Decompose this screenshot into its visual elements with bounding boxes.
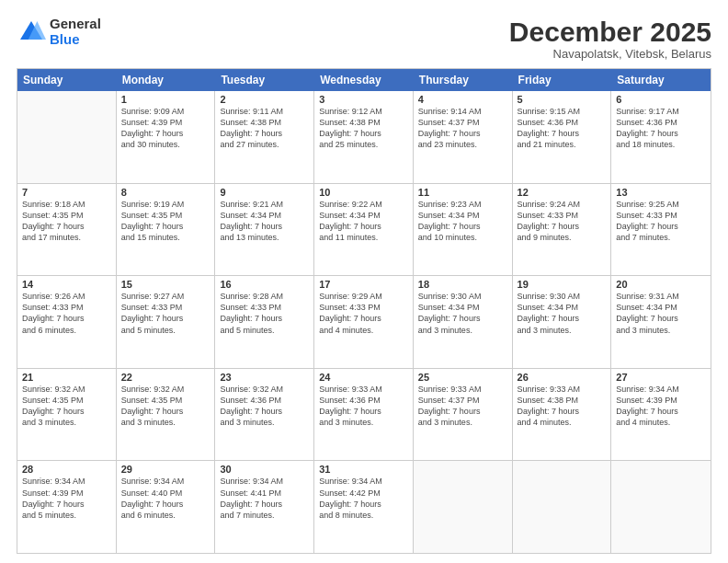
calendar-cell: 1Sunrise: 9:09 AM Sunset: 4:39 PM Daylig… [117, 91, 216, 183]
calendar-cell: 7Sunrise: 9:18 AM Sunset: 4:35 PM Daylig… [17, 184, 117, 276]
cell-info: Sunrise: 9:26 AM Sunset: 4:33 PM Dayligh… [22, 291, 111, 336]
cell-info: Sunrise: 9:33 AM Sunset: 4:37 PM Dayligh… [418, 384, 507, 429]
logo-text: General Blue [50, 17, 101, 47]
cell-day-number: 27 [616, 372, 706, 383]
cell-day-number: 10 [319, 187, 408, 198]
calendar-cell: 31Sunrise: 9:34 AM Sunset: 4:42 PM Dayli… [314, 461, 414, 553]
cell-day-number: 14 [22, 279, 111, 290]
calendar-cell [611, 461, 711, 553]
cell-info: Sunrise: 9:09 AM Sunset: 4:39 PM Dayligh… [121, 106, 210, 151]
calendar-cell: 23Sunrise: 9:32 AM Sunset: 4:36 PM Dayli… [215, 369, 314, 461]
calendar-cell: 20Sunrise: 9:31 AM Sunset: 4:34 PM Dayli… [611, 276, 711, 368]
cell-day-number: 18 [418, 279, 507, 290]
cell-day-number: 15 [121, 279, 210, 290]
cell-info: Sunrise: 9:34 AM Sunset: 4:42 PM Dayligh… [319, 476, 408, 521]
cell-info: Sunrise: 9:30 AM Sunset: 4:34 PM Dayligh… [518, 291, 607, 336]
calendar-cell: 6Sunrise: 9:17 AM Sunset: 4:36 PM Daylig… [611, 91, 711, 183]
cell-info: Sunrise: 9:21 AM Sunset: 4:34 PM Dayligh… [220, 199, 309, 244]
cell-info: Sunrise: 9:29 AM Sunset: 4:33 PM Dayligh… [319, 291, 408, 336]
day-header-sunday: Sunday [17, 69, 117, 91]
calendar-row-4: 28Sunrise: 9:34 AM Sunset: 4:39 PM Dayli… [17, 461, 711, 553]
cell-info: Sunrise: 9:34 AM Sunset: 4:39 PM Dayligh… [616, 384, 706, 429]
calendar-cell: 16Sunrise: 9:28 AM Sunset: 4:33 PM Dayli… [215, 276, 314, 368]
cell-info: Sunrise: 9:14 AM Sunset: 4:37 PM Dayligh… [418, 106, 507, 151]
day-header-saturday: Saturday [611, 69, 711, 91]
cell-info: Sunrise: 9:34 AM Sunset: 4:41 PM Dayligh… [220, 476, 309, 521]
cell-info: Sunrise: 9:11 AM Sunset: 4:38 PM Dayligh… [220, 106, 309, 151]
calendar-row-1: 7Sunrise: 9:18 AM Sunset: 4:35 PM Daylig… [17, 184, 711, 277]
day-header-tuesday: Tuesday [215, 69, 314, 91]
cell-info: Sunrise: 9:30 AM Sunset: 4:34 PM Dayligh… [418, 291, 507, 336]
calendar-cell: 21Sunrise: 9:32 AM Sunset: 4:35 PM Dayli… [17, 369, 117, 461]
cell-day-number: 9 [220, 187, 309, 198]
cell-day-number: 6 [616, 94, 706, 105]
cell-day-number: 21 [22, 372, 111, 383]
calendar-cell: 4Sunrise: 9:14 AM Sunset: 4:37 PM Daylig… [414, 91, 513, 183]
calendar-body: 1Sunrise: 9:09 AM Sunset: 4:39 PM Daylig… [17, 91, 711, 553]
calendar-cell: 9Sunrise: 9:21 AM Sunset: 4:34 PM Daylig… [215, 184, 314, 276]
calendar-cell: 14Sunrise: 9:26 AM Sunset: 4:33 PM Dayli… [17, 276, 117, 368]
cell-day-number: 29 [121, 464, 210, 475]
calendar-cell: 26Sunrise: 9:33 AM Sunset: 4:38 PM Dayli… [513, 369, 612, 461]
calendar-cell: 13Sunrise: 9:25 AM Sunset: 4:33 PM Dayli… [611, 184, 711, 276]
calendar-cell [513, 461, 612, 553]
day-header-friday: Friday [513, 69, 612, 91]
cell-info: Sunrise: 9:24 AM Sunset: 4:33 PM Dayligh… [518, 199, 607, 244]
cell-info: Sunrise: 9:19 AM Sunset: 4:35 PM Dayligh… [121, 199, 210, 244]
calendar: SundayMondayTuesdayWednesdayThursdayFrid… [17, 68, 711, 554]
cell-day-number: 3 [319, 94, 408, 105]
cell-info: Sunrise: 9:34 AM Sunset: 4:39 PM Dayligh… [22, 476, 111, 521]
cell-day-number: 11 [418, 187, 507, 198]
cell-day-number: 24 [319, 372, 408, 383]
calendar-row-0: 1Sunrise: 9:09 AM Sunset: 4:39 PM Daylig… [17, 91, 711, 184]
calendar-cell: 11Sunrise: 9:23 AM Sunset: 4:34 PM Dayli… [414, 184, 513, 276]
cell-day-number: 28 [22, 464, 111, 475]
calendar-cell: 15Sunrise: 9:27 AM Sunset: 4:33 PM Dayli… [117, 276, 216, 368]
calendar-cell: 10Sunrise: 9:22 AM Sunset: 4:34 PM Dayli… [314, 184, 414, 276]
page: General Blue December 2025 Navapolatsk, … [0, 0, 728, 563]
logo-blue-text: Blue [50, 32, 101, 48]
calendar-cell: 28Sunrise: 9:34 AM Sunset: 4:39 PM Dayli… [17, 461, 117, 553]
cell-info: Sunrise: 9:27 AM Sunset: 4:33 PM Dayligh… [121, 291, 210, 336]
cell-day-number: 20 [616, 279, 706, 290]
calendar-cell: 3Sunrise: 9:12 AM Sunset: 4:38 PM Daylig… [314, 91, 414, 183]
calendar-cell: 8Sunrise: 9:19 AM Sunset: 4:35 PM Daylig… [117, 184, 216, 276]
cell-day-number: 13 [616, 187, 706, 198]
cell-day-number: 31 [319, 464, 408, 475]
header: General Blue December 2025 Navapolatsk, … [17, 17, 711, 61]
calendar-cell: 30Sunrise: 9:34 AM Sunset: 4:41 PM Dayli… [215, 461, 314, 553]
calendar-cell: 24Sunrise: 9:33 AM Sunset: 4:36 PM Dayli… [314, 369, 414, 461]
calendar-cell: 2Sunrise: 9:11 AM Sunset: 4:38 PM Daylig… [215, 91, 314, 183]
day-header-wednesday: Wednesday [314, 69, 414, 91]
calendar-cell: 29Sunrise: 9:34 AM Sunset: 4:40 PM Dayli… [117, 461, 216, 553]
logo-general-text: General [50, 17, 101, 32]
location: Navapolatsk, Vitebsk, Belarus [509, 47, 711, 61]
cell-info: Sunrise: 9:25 AM Sunset: 4:33 PM Dayligh… [616, 199, 706, 244]
month-title: December 2025 [509, 17, 711, 47]
day-header-thursday: Thursday [414, 69, 513, 91]
calendar-cell [414, 461, 513, 553]
cell-day-number: 5 [518, 94, 607, 105]
cell-day-number: 30 [220, 464, 309, 475]
cell-info: Sunrise: 9:15 AM Sunset: 4:36 PM Dayligh… [518, 106, 607, 151]
calendar-cell: 5Sunrise: 9:15 AM Sunset: 4:36 PM Daylig… [513, 91, 612, 183]
calendar-cell: 27Sunrise: 9:34 AM Sunset: 4:39 PM Dayli… [611, 369, 711, 461]
calendar-cell: 12Sunrise: 9:24 AM Sunset: 4:33 PM Dayli… [513, 184, 612, 276]
cell-day-number: 17 [319, 279, 408, 290]
cell-day-number: 16 [220, 279, 309, 290]
calendar-cell: 17Sunrise: 9:29 AM Sunset: 4:33 PM Dayli… [314, 276, 414, 368]
cell-day-number: 4 [418, 94, 507, 105]
calendar-cell: 18Sunrise: 9:30 AM Sunset: 4:34 PM Dayli… [414, 276, 513, 368]
logo-icon [17, 17, 46, 47]
cell-day-number: 26 [518, 372, 607, 383]
cell-info: Sunrise: 9:33 AM Sunset: 4:36 PM Dayligh… [319, 384, 408, 429]
cell-info: Sunrise: 9:22 AM Sunset: 4:34 PM Dayligh… [319, 199, 408, 244]
calendar-cell: 25Sunrise: 9:33 AM Sunset: 4:37 PM Dayli… [414, 369, 513, 461]
calendar-cell [17, 91, 117, 183]
calendar-cell: 22Sunrise: 9:32 AM Sunset: 4:35 PM Dayli… [117, 369, 216, 461]
calendar-row-3: 21Sunrise: 9:32 AM Sunset: 4:35 PM Dayli… [17, 369, 711, 462]
cell-info: Sunrise: 9:31 AM Sunset: 4:34 PM Dayligh… [616, 291, 706, 336]
cell-info: Sunrise: 9:12 AM Sunset: 4:38 PM Dayligh… [319, 106, 408, 151]
day-header-monday: Monday [117, 69, 216, 91]
cell-day-number: 2 [220, 94, 309, 105]
